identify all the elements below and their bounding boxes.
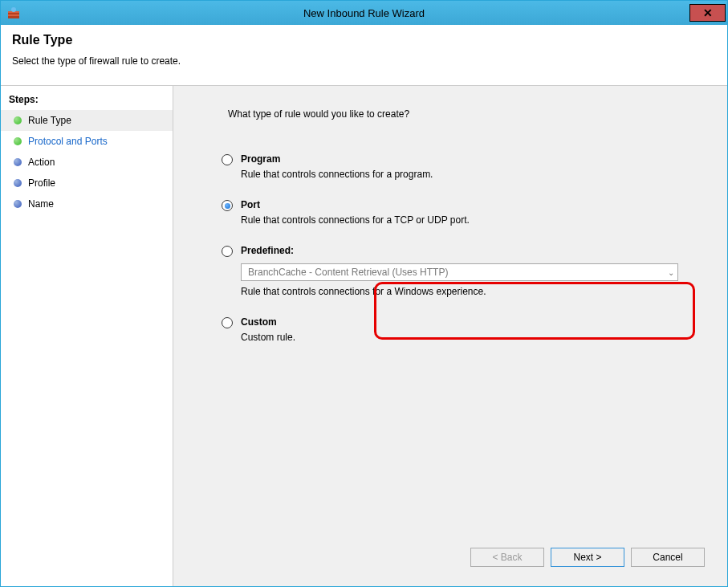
sidebar: Steps: Rule Type Protocol and Ports Acti… (1, 86, 173, 586)
option-predefined: Predefined: BranchCache - Content Retrie… (222, 245, 705, 297)
chevron-down-icon: ⌄ (668, 268, 674, 277)
option-program: Program Rule that controls connections f… (222, 153, 705, 180)
bullet-icon (14, 116, 22, 124)
bullet-icon (14, 137, 22, 145)
svg-point-3 (11, 7, 16, 12)
bullet-icon (14, 200, 22, 208)
page-subtitle: Select the type of firewall rule to crea… (12, 55, 716, 67)
bullet-icon (14, 158, 22, 166)
option-port: Port Rule that controls connections for … (222, 199, 705, 226)
step-label: Rule Type (28, 115, 71, 126)
option-predefined-desc: Rule that controls connections for a Win… (241, 286, 705, 297)
step-label: Profile (28, 177, 55, 189)
body: Steps: Rule Type Protocol and Ports Acti… (1, 85, 727, 586)
cancel-button[interactable]: Cancel (631, 548, 705, 567)
step-label: Action (28, 157, 55, 168)
firewall-icon (6, 5, 22, 21)
step-profile[interactable]: Profile (1, 173, 173, 194)
svg-rect-2 (8, 14, 19, 16)
option-predefined-label: Predefined: (241, 245, 294, 256)
dropdown-value: BranchCache - Content Retrieval (Uses HT… (248, 267, 448, 278)
step-label: Protocol and Ports (28, 136, 108, 147)
option-custom: Custom Custom rule. (222, 316, 705, 343)
page-title: Rule Type (12, 33, 716, 47)
option-custom-label: Custom (241, 316, 277, 328)
titlebar: New Inbound Rule Wizard ✕ (1, 1, 727, 25)
back-button[interactable]: < Back (470, 548, 544, 567)
radio-custom[interactable] (222, 317, 233, 328)
next-button[interactable]: Next > (551, 548, 624, 567)
step-name[interactable]: Name (1, 194, 173, 214)
option-custom-desc: Custom rule. (241, 332, 705, 343)
radio-program[interactable] (222, 154, 233, 165)
option-port-desc: Rule that controls connections for a TCP… (241, 214, 705, 226)
prompt-text: What type of rule would you like to crea… (228, 108, 705, 120)
option-program-desc: Rule that controls connections for a pro… (241, 169, 705, 180)
step-action[interactable]: Action (1, 152, 173, 173)
step-label: Name (28, 198, 54, 210)
step-protocol-ports[interactable]: Protocol and Ports (1, 131, 173, 152)
header: Rule Type Select the type of firewall ru… (1, 25, 727, 85)
bullet-icon (14, 179, 22, 187)
option-program-label: Program (241, 153, 280, 165)
close-icon: ✕ (703, 6, 713, 19)
wizard-window: New Inbound Rule Wizard ✕ Rule Type Sele… (0, 0, 728, 587)
steps-heading: Steps: (1, 91, 173, 110)
window-title: New Inbound Rule Wizard (303, 7, 425, 19)
step-rule-type[interactable]: Rule Type (1, 110, 173, 131)
option-port-label: Port (241, 199, 260, 210)
close-button[interactable]: ✕ (689, 4, 726, 22)
content-panel: What type of rule would you like to crea… (173, 86, 727, 586)
predefined-dropdown[interactable]: BranchCache - Content Retrieval (Uses HT… (241, 263, 678, 281)
button-row: < Back Next > Cancel (470, 548, 705, 567)
radio-predefined[interactable] (222, 246, 233, 257)
radio-port[interactable] (222, 200, 233, 211)
